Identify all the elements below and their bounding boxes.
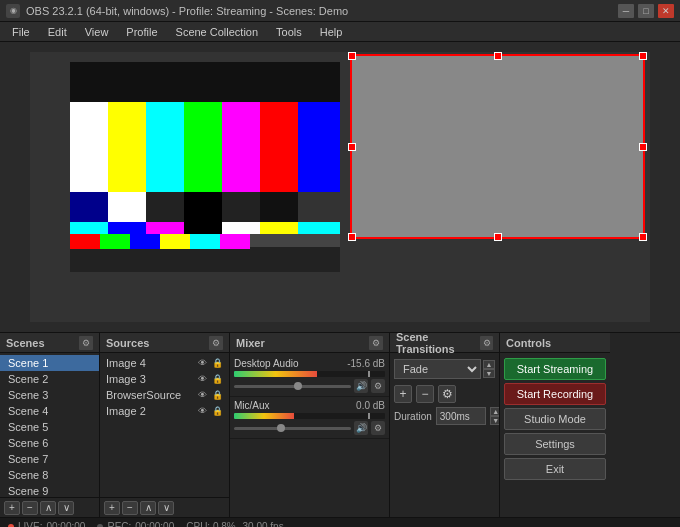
scene-up-btn[interactable]: ∧ <box>40 501 56 515</box>
scene-item[interactable]: Scene 9 <box>0 483 99 497</box>
volume-knob <box>294 382 302 390</box>
scene-add-btn[interactable]: + <box>4 501 20 515</box>
volume-slider[interactable] <box>234 427 351 430</box>
scene-item[interactable]: Scene 8 <box>0 467 99 483</box>
scene-item[interactable]: Scene 2 <box>0 371 99 387</box>
menu-item-file[interactable]: File <box>4 25 38 39</box>
meter-fill <box>234 413 294 419</box>
transition-select-row: Fade Cut Swipe Slide ▲ ▼ <box>394 359 495 379</box>
duration-input[interactable] <box>436 407 486 425</box>
scenes-settings-btn[interactable]: ⚙ <box>79 336 93 350</box>
menu-item-tools[interactable]: Tools <box>268 25 310 39</box>
mixer-settings-btn[interactable]: ⚙ <box>369 336 383 350</box>
lock-icon[interactable]: 🔒 <box>211 405 223 417</box>
preview-area <box>0 42 680 332</box>
status-bar: LIVE: 00:00:00 REC: 00:00:00 CPU: 0.8%, … <box>0 517 680 527</box>
sources-settings-btn[interactable]: ⚙ <box>209 336 223 350</box>
close-button[interactable]: ✕ <box>658 4 674 18</box>
source-down-btn[interactable]: ∨ <box>158 501 174 515</box>
menu-item-view[interactable]: View <box>77 25 117 39</box>
window-controls[interactable]: ─ □ ✕ <box>618 4 674 18</box>
trans-config-btn[interactable]: ⚙ <box>438 385 456 403</box>
meter-marker <box>368 413 370 419</box>
trans-remove-btn[interactable]: − <box>416 385 434 403</box>
menu-item-profile[interactable]: Profile <box>118 25 165 39</box>
svg-rect-6 <box>222 102 260 192</box>
selection-box <box>350 54 645 239</box>
scenes-footer: + − ∧ ∨ <box>0 497 99 517</box>
maximize-button[interactable]: □ <box>638 4 654 18</box>
svg-rect-25 <box>70 247 340 272</box>
menu-item-edit[interactable]: Edit <box>40 25 75 39</box>
mixer-content: Desktop Audio -15.6 dB 🔊 ⚙ Mic/Aux 0.0 d… <box>230 353 389 517</box>
handle-ml[interactable] <box>348 143 356 151</box>
normal-button[interactable]: Settings <box>504 433 606 455</box>
lock-icon[interactable]: 🔒 <box>211 357 223 369</box>
source-item[interactable]: BrowserSource👁🔒 <box>100 387 229 403</box>
rec-label: REC: <box>107 521 131 527</box>
transitions-panel: Scene Transitions ⚙ Fade Cut Swipe Slide… <box>390 333 500 517</box>
duration-label: Duration <box>394 411 432 422</box>
handle-tr[interactable] <box>639 52 647 60</box>
source-item[interactable]: Image 3👁🔒 <box>100 371 229 387</box>
preview-canvas <box>30 52 650 322</box>
scene-item[interactable]: Scene 5 <box>0 419 99 435</box>
channel-settings-btn[interactable]: ⚙ <box>371 379 385 393</box>
bottom-panels: Scenes ⚙ Scene 1Scene 2Scene 3Scene 4Sce… <box>0 332 680 517</box>
eye-icon[interactable]: 👁 <box>196 357 208 369</box>
channel-settings-btn[interactable]: ⚙ <box>371 421 385 435</box>
scene-item[interactable]: Scene 4 <box>0 403 99 419</box>
handle-br[interactable] <box>639 233 647 241</box>
normal-button[interactable]: Studio Mode <box>504 408 606 430</box>
volume-slider[interactable] <box>234 385 351 388</box>
scene-item[interactable]: Scene 7 <box>0 451 99 467</box>
channel-name: Mic/Aux <box>234 400 270 411</box>
handle-mr[interactable] <box>639 143 647 151</box>
handle-tc[interactable] <box>494 52 502 60</box>
source-name: Image 2 <box>106 405 146 417</box>
transitions-mid-controls: + − ⚙ <box>390 383 499 405</box>
source-add-btn[interactable]: + <box>104 501 120 515</box>
source-item[interactable]: Image 2👁🔒 <box>100 403 229 419</box>
svg-rect-26 <box>70 234 100 249</box>
mixer-channel: Mic/Aux 0.0 dB 🔊 ⚙ <box>230 397 389 439</box>
menu-item-scene-collection[interactable]: Scene Collection <box>168 25 267 39</box>
transition-dropdown[interactable]: Fade Cut Swipe Slide <box>394 359 481 379</box>
scene-item[interactable]: Scene 1 <box>0 355 99 371</box>
source-up-btn[interactable]: ∧ <box>140 501 156 515</box>
dur-arrow-down[interactable]: ▼ <box>490 416 499 425</box>
trans-arrow-down[interactable]: ▼ <box>483 369 495 378</box>
dur-arrow-up[interactable]: ▲ <box>490 407 499 416</box>
eye-icon[interactable]: 👁 <box>196 389 208 401</box>
mute-btn[interactable]: 🔊 <box>354 421 368 435</box>
source-remove-btn[interactable]: − <box>122 501 138 515</box>
source-item[interactable]: Image 4👁🔒 <box>100 355 229 371</box>
lock-icon[interactable]: 🔒 <box>211 373 223 385</box>
lock-icon[interactable]: 🔒 <box>211 389 223 401</box>
start-recording-button[interactable]: Start Recording <box>504 383 606 405</box>
transitions-settings-btn[interactable]: ⚙ <box>480 336 493 350</box>
trans-arrow-up[interactable]: ▲ <box>483 360 495 369</box>
start-streaming-button[interactable]: Start Streaming <box>504 358 606 380</box>
scene-item[interactable]: Scene 3 <box>0 387 99 403</box>
handle-bc[interactable] <box>494 233 502 241</box>
handle-tl[interactable] <box>348 52 356 60</box>
live-label: LIVE: <box>18 521 42 527</box>
svg-rect-20 <box>184 222 222 234</box>
scene-remove-btn[interactable]: − <box>22 501 38 515</box>
eye-icon[interactable]: 👁 <box>196 405 208 417</box>
scene-down-btn[interactable]: ∨ <box>58 501 74 515</box>
mute-btn[interactable]: 🔊 <box>354 379 368 393</box>
handle-bl[interactable] <box>348 233 356 241</box>
normal-button[interactable]: Exit <box>504 458 606 480</box>
scene-item[interactable]: Scene 6 <box>0 435 99 451</box>
svg-rect-8 <box>298 102 340 192</box>
channel-controls: 🔊 ⚙ <box>234 379 385 393</box>
eye-icon[interactable]: 👁 <box>196 373 208 385</box>
transitions-content: Fade Cut Swipe Slide ▲ ▼ + − ⚙ Duration <box>390 353 499 517</box>
duration-arrows: ▲ ▼ <box>490 407 499 425</box>
menu-item-help[interactable]: Help <box>312 25 351 39</box>
minimize-button[interactable]: ─ <box>618 4 634 18</box>
trans-add-btn[interactable]: + <box>394 385 412 403</box>
svg-rect-18 <box>108 222 146 234</box>
